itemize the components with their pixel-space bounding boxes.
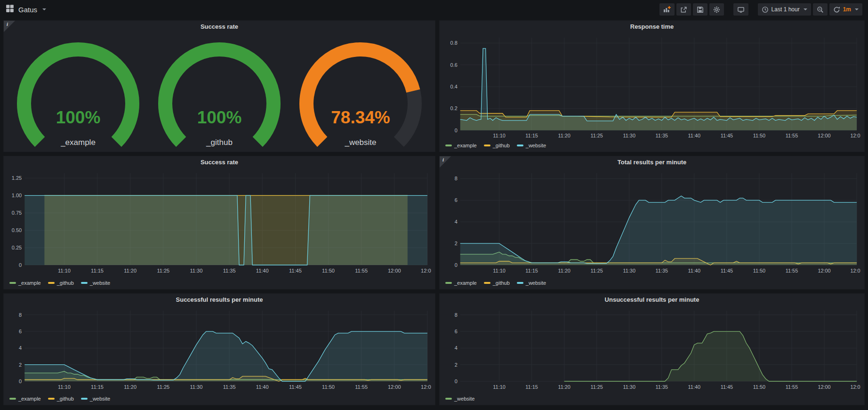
total-results-chart[interactable]: 11:1011:1511:2011:2511:3011:3511:4011:45… (443, 169, 860, 276)
panel-title[interactable]: Success rate (8, 156, 431, 169)
svg-text:11:10: 11:10 (493, 268, 505, 273)
legend-item-_website[interactable]: _website (517, 143, 546, 148)
legend-swatch (484, 145, 490, 146)
svg-text:12:05: 12:05 (421, 268, 431, 273)
legend-swatch (445, 145, 452, 146)
svg-text:0.2: 0.2 (450, 105, 458, 111)
svg-text:12:00: 12:00 (818, 268, 830, 273)
legend-swatch (9, 398, 16, 400)
svg-text:11:40: 11:40 (688, 133, 700, 138)
panel-info-corner[interactable] (4, 21, 15, 32)
legend-item-_website[interactable]: _website (81, 396, 110, 402)
panel-title[interactable]: Unsuccessful results per minute (443, 294, 860, 306)
svg-text:11:20: 11:20 (124, 384, 137, 390)
legend-item-_website[interactable]: _website (445, 396, 474, 402)
panel-title[interactable]: Response time (443, 21, 860, 33)
svg-text:11:35: 11:35 (223, 268, 236, 273)
successful-results-chart[interactable]: 11:1011:1511:2011:2511:3011:3511:4011:45… (8, 306, 431, 393)
chart-legend: _website (443, 394, 860, 405)
svg-text:11:20: 11:20 (558, 384, 570, 390)
legend-item-_website[interactable]: _website (81, 280, 110, 286)
legend-item-_website[interactable]: _website (517, 280, 546, 286)
legend-item-_github[interactable]: _github (484, 143, 510, 148)
svg-text:11:25: 11:25 (590, 268, 603, 273)
svg-text:4: 4 (455, 219, 458, 225)
svg-text:11:30: 11:30 (190, 268, 203, 273)
legend-item-_example[interactable]: _example (9, 280, 41, 286)
svg-text:11:50: 11:50 (753, 268, 765, 273)
svg-text:11:40: 11:40 (256, 384, 269, 390)
chart-legend: _example_github_website (443, 279, 860, 289)
legend-item-_example[interactable]: _example (445, 280, 477, 286)
svg-text:11:45: 11:45 (289, 268, 302, 273)
zoom-out-button[interactable] (813, 3, 828, 16)
svg-text:11:20: 11:20 (558, 268, 570, 273)
legend-swatch (9, 282, 16, 284)
svg-text:12:05: 12:05 (850, 384, 860, 390)
svg-text:8: 8 (19, 312, 22, 318)
unsuccessful-results-chart[interactable]: 11:1011:1511:2011:2511:3011:3511:4011:45… (443, 306, 860, 393)
svg-text:11:25: 11:25 (157, 384, 169, 390)
save-button[interactable] (693, 3, 707, 16)
svg-text:11:55: 11:55 (355, 268, 368, 273)
panel-response-time: Response time 11:1011:1511:2011:2511:301… (440, 21, 864, 152)
svg-text:11:15: 11:15 (91, 268, 104, 273)
svg-text:11:30: 11:30 (623, 268, 635, 273)
legend-item-_example[interactable]: _example (445, 143, 477, 148)
svg-text:11:15: 11:15 (91, 384, 104, 390)
legend-item-_example[interactable]: _example (9, 396, 41, 402)
legend-item-_github[interactable]: _github (484, 280, 510, 286)
svg-text:11:30: 11:30 (623, 384, 635, 390)
svg-text:11:20: 11:20 (558, 133, 570, 138)
gauge-value: 78.34% (331, 108, 390, 127)
svg-text:11:40: 11:40 (688, 268, 700, 273)
settings-gear-icon[interactable] (709, 3, 724, 16)
time-range-picker[interactable]: Last 1 hour (758, 3, 811, 16)
dashboards-grid-icon[interactable] (6, 4, 14, 15)
gauge-_example[interactable]: 100%_example (8, 33, 149, 150)
legend-item-_github[interactable]: _github (48, 396, 74, 402)
gauge-label: _example (60, 138, 96, 147)
refresh-button[interactable]: 1m (829, 3, 862, 16)
svg-text:11:45: 11:45 (289, 384, 302, 390)
svg-text:11:35: 11:35 (656, 384, 668, 390)
add-panel-button[interactable] (659, 3, 675, 16)
svg-text:11:15: 11:15 (525, 384, 538, 390)
panel-title[interactable]: Successful results per minute (8, 294, 431, 306)
svg-text:0: 0 (19, 378, 22, 384)
svg-text:12:00: 12:00 (388, 384, 401, 390)
response-time-chart[interactable]: 11:1011:1511:2011:2511:3011:3511:4011:45… (443, 33, 860, 141)
svg-text:11:40: 11:40 (256, 268, 269, 273)
panel-title[interactable]: Total results per minute (443, 156, 860, 169)
svg-text:11:30: 11:30 (190, 384, 203, 390)
panel-info-corner[interactable] (440, 156, 451, 168)
time-range-label: Last 1 hour (772, 6, 800, 13)
svg-text:11:25: 11:25 (157, 268, 169, 273)
refresh-interval-label[interactable]: 1m (843, 6, 851, 13)
panel-success-rate-gauges: i Success rate 100%_example100%_github78… (4, 21, 435, 152)
chevron-down-icon (804, 8, 807, 10)
gauge-_website[interactable]: 78.34%_website (290, 33, 431, 150)
svg-text:11:55: 11:55 (786, 133, 798, 138)
legend-item-_github[interactable]: _github (48, 280, 74, 286)
dashboard-toolbar: Last 1 hour 1m (659, 3, 862, 16)
svg-text:11:25: 11:25 (590, 133, 603, 138)
panel-title[interactable]: Success rate (8, 21, 431, 33)
panel-successful-results: Successful results per minute 11:1011:15… (4, 294, 435, 405)
legend-swatch (81, 398, 88, 400)
dashboard-grid: i Success rate 100%_example100%_github78… (0, 19, 868, 405)
svg-text:4: 4 (19, 345, 22, 351)
dashboard-title[interactable]: Gatus (18, 6, 37, 14)
legend-swatch (484, 282, 490, 284)
gauge-_github[interactable]: 100%_github (149, 33, 290, 150)
share-button[interactable] (676, 3, 691, 16)
svg-text:11:10: 11:10 (493, 384, 505, 390)
svg-text:11:45: 11:45 (721, 384, 733, 390)
success-rate-chart[interactable]: 11:1011:1511:2011:2511:3011:3511:4011:45… (8, 169, 431, 276)
tv-kiosk-button[interactable] (733, 3, 748, 16)
svg-text:2: 2 (19, 362, 22, 368)
svg-text:11:40: 11:40 (688, 384, 700, 390)
svg-text:4: 4 (455, 345, 458, 351)
chart-legend: _example_github_website (8, 279, 431, 289)
chart-legend: _example_github_website (443, 141, 860, 152)
